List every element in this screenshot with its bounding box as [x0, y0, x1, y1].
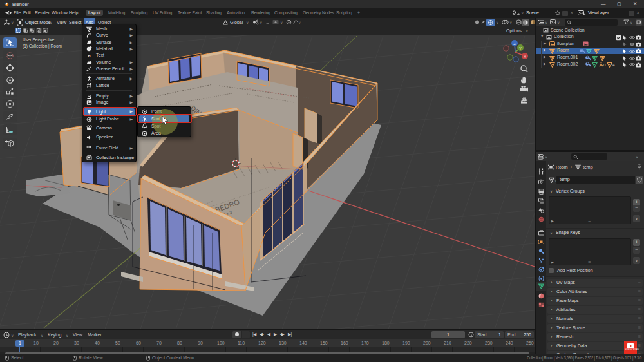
svg-text:Y: Y — [519, 46, 522, 50]
svg-text:X: X — [524, 55, 526, 59]
svg-text:Z: Z — [513, 42, 516, 46]
